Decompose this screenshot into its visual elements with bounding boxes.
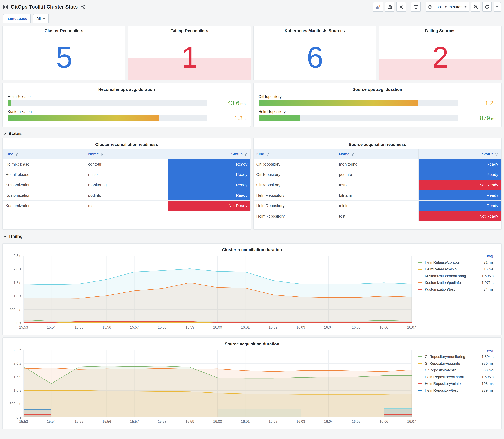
gauge-value: 43.6ms xyxy=(211,100,246,107)
series-avg-value: 1.071 s xyxy=(481,280,494,285)
series-name[interactable]: Kustomization/test xyxy=(425,287,455,292)
variable-namespace-value-dropdown[interactable]: All xyxy=(33,14,49,23)
gauge-value-number: 43.6 xyxy=(227,100,239,107)
column-header-label: Status xyxy=(231,152,243,156)
column-header-status[interactable]: Status xyxy=(419,149,501,159)
table-row: GitRepositorytest2Not Ready xyxy=(254,180,501,190)
add-panel-button[interactable] xyxy=(373,2,383,12)
bar-gauge-panel: Source ops avg. durationGitRepository1.2… xyxy=(253,83,502,127)
gauge-label: HelmRepository xyxy=(258,110,496,114)
series-avg-value: 108 ms xyxy=(481,381,494,386)
tv-mode-button[interactable] xyxy=(411,2,421,12)
column-header-status[interactable]: Status xyxy=(168,149,250,159)
gauge-value: 1.2s xyxy=(462,100,496,107)
panel-title[interactable]: Cluster Reconcilers xyxy=(3,26,125,33)
settings-button[interactable] xyxy=(396,2,406,12)
cell-name: bitnami xyxy=(336,190,418,201)
svg-text:15:55: 15:55 xyxy=(75,325,84,329)
filter-icon[interactable] xyxy=(351,152,355,156)
filter-icon[interactable] xyxy=(495,152,498,156)
legend-avg-header[interactable]: avg xyxy=(418,348,494,353)
cell-status: Ready xyxy=(168,169,250,180)
save-dashboard-button[interactable] xyxy=(385,2,394,12)
svg-text:15:57: 15:57 xyxy=(130,325,139,329)
series-name[interactable]: HelmRepository/test xyxy=(425,388,458,392)
filter-icon[interactable] xyxy=(100,152,104,156)
gauge-row: HelmRelease43.6ms xyxy=(8,95,246,107)
dashboard: GitOps Toolkit Cluster Stats xyxy=(0,0,504,439)
svg-text:500 ms: 500 ms xyxy=(10,402,21,406)
time-series-plot[interactable]: 15:5315:5415:5515:5615:5715:5815:5916:00… xyxy=(6,253,416,332)
legend-item: GitRepository/monitoring1.594 s xyxy=(418,353,494,360)
legend-avg-header[interactable]: avg xyxy=(418,254,494,258)
panel-title[interactable]: Source acquisition duration xyxy=(6,340,498,346)
svg-text:16:06: 16:06 xyxy=(380,420,388,424)
panel-title[interactable]: Failing Sources xyxy=(379,26,501,33)
series-color-swatch xyxy=(418,383,422,384)
series-name[interactable]: Kustomization/monitoring xyxy=(425,274,466,278)
time-range-picker[interactable]: Last 15 minutes xyxy=(426,2,469,12)
series-name[interactable]: HelmRepository/bitnami xyxy=(425,375,464,379)
series-avg-value: 16 ms xyxy=(484,267,494,271)
zoom-out-button[interactable] xyxy=(471,2,480,12)
column-header-kind[interactable]: Kind xyxy=(254,149,336,159)
timeseries-panel: Cluster reconciliation duration15:5315:5… xyxy=(2,243,502,335)
svg-text:1.5 s: 1.5 s xyxy=(13,375,21,379)
gauge-value-unit: s xyxy=(244,117,246,121)
gauges-row: Reconciler ops avg. durationHelmRelease4… xyxy=(2,83,502,127)
series-name[interactable]: GitRepository/podinfo xyxy=(425,361,460,366)
refresh-button[interactable] xyxy=(482,2,492,12)
series-avg-value: 980 ms xyxy=(481,361,494,366)
gauge-fill xyxy=(8,115,159,122)
refresh-interval-dropdown[interactable] xyxy=(494,2,501,12)
filter-icon[interactable] xyxy=(266,152,269,156)
panel-title[interactable]: Kubernetes Manifests Sources xyxy=(254,26,376,33)
column-header-name[interactable]: Name xyxy=(85,149,168,159)
gauge-row: Kustomization1.3s xyxy=(8,110,246,122)
filter-icon[interactable] xyxy=(15,152,18,156)
panel-title[interactable]: Cluster reconciliation readiness xyxy=(3,140,250,147)
svg-text:2.5 s: 2.5 s xyxy=(13,254,21,258)
cell-name: test xyxy=(85,201,168,211)
series-name[interactable]: GitRepository/monitoring xyxy=(425,354,465,359)
cell-name: podinfo xyxy=(85,190,168,201)
panel-title[interactable]: Source acquisition readiness xyxy=(254,140,501,147)
stat-panel: Kubernetes Manifests Sources6 xyxy=(253,26,376,80)
column-header-kind[interactable]: Kind xyxy=(3,149,85,159)
cell-name: monitoring xyxy=(85,180,168,190)
section-timing[interactable]: Timing xyxy=(0,230,504,241)
time-series-plot[interactable]: 15:5315:5415:5515:5615:5715:5815:5916:00… xyxy=(6,347,416,426)
svg-text:1.5 s: 1.5 s xyxy=(13,281,21,285)
cell-status: Ready xyxy=(419,169,501,180)
series-name[interactable]: HelmRelease/minio xyxy=(425,267,456,271)
series-color-swatch xyxy=(418,363,422,364)
svg-text:16:05: 16:05 xyxy=(352,325,361,329)
chevron-down-icon xyxy=(43,18,45,19)
cell-status: Ready xyxy=(168,159,250,169)
filter-icon[interactable] xyxy=(244,152,247,156)
svg-text:1.0 s: 1.0 s xyxy=(13,294,21,298)
panel-title[interactable]: Cluster reconciliation duration xyxy=(6,245,498,252)
panel-title[interactable]: Failing Reconcilers xyxy=(128,26,251,33)
stat-body: 1 xyxy=(128,34,251,80)
table-row: KustomizationtestNot Ready xyxy=(3,201,250,211)
cell-status: Ready xyxy=(419,190,501,201)
section-status[interactable]: Status xyxy=(0,127,504,138)
share-icon[interactable] xyxy=(80,5,85,9)
panel-title[interactable]: Source ops avg. duration xyxy=(258,85,496,92)
status-badge: Ready xyxy=(168,159,250,169)
variable-namespace-value: All xyxy=(37,16,41,21)
legend-item: Kustomization/monitoring1.605 s xyxy=(418,273,494,279)
panel-title[interactable]: Reconciler ops avg. duration xyxy=(8,85,246,92)
svg-text:0 s: 0 s xyxy=(16,415,21,419)
series-name[interactable]: HelmRepository/minio xyxy=(425,381,461,386)
apps-grid-icon[interactable] xyxy=(3,4,8,9)
variable-namespace-label[interactable]: namespace xyxy=(3,14,31,23)
series-name[interactable]: Kustomization/podinfo xyxy=(425,280,461,285)
column-header-name[interactable]: Name xyxy=(336,149,418,159)
svg-text:15:56: 15:56 xyxy=(102,420,111,424)
series-name[interactable]: HelmRelease/contour xyxy=(425,260,460,265)
table-row: HelmReleaseminioReady xyxy=(3,169,250,180)
cell-kind: HelmRepository xyxy=(254,190,336,201)
series-name[interactable]: GitRepository/test2 xyxy=(425,368,456,372)
